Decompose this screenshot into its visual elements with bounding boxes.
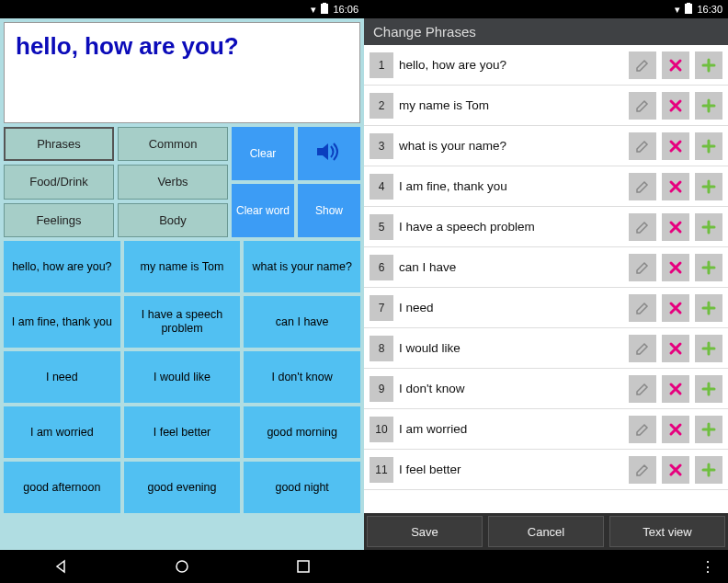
clear-word-button[interactable]: Clear word [232,184,294,237]
category-phrases[interactable]: Phrases [4,127,114,161]
phrase-button[interactable]: good evening [124,462,241,513]
add-icon[interactable] [695,132,722,160]
category-verbs[interactable]: Verbs [118,165,228,199]
cancel-button[interactable]: Cancel [488,516,604,547]
edit-icon[interactable] [629,375,656,403]
edit-icon[interactable] [629,294,656,322]
delete-icon[interactable] [662,375,689,403]
delete-icon[interactable] [662,416,689,443]
row-text: hello, how are you? [399,58,623,72]
delete-icon[interactable] [662,213,689,241]
phrase-button[interactable]: good afternoon [4,462,120,513]
row-number: 9 [370,376,393,402]
row-number: 8 [370,336,393,361]
category-food-drink[interactable]: Food/Drink [4,165,114,199]
svg-rect-6 [687,3,690,5]
nav-home-icon[interactable] [173,557,191,576]
add-icon[interactable] [695,335,722,362]
edit-content: Change Phrases 1hello, how are you?2my n… [364,18,728,550]
status-bar: ▾ 16:06 [0,0,364,18]
row-text: I would like [399,341,623,355]
clear-button[interactable]: Clear [232,127,294,180]
add-icon[interactable] [695,294,722,322]
phrase-button[interactable]: I am worried [4,406,120,458]
list-item: 9I don't know [364,369,728,409]
phrase-button[interactable]: I would like [124,351,241,403]
action-group: Clear Clear word Show [232,127,360,237]
svg-marker-2 [317,143,328,160]
add-icon[interactable] [695,375,722,403]
phrase-button[interactable]: I need [4,351,120,403]
wifi-icon: ▾ [311,4,316,16]
phrase-button[interactable]: good night [244,462,360,513]
delete-icon[interactable] [662,51,689,79]
speak-button[interactable] [298,127,360,180]
phrase-list[interactable]: 1hello, how are you?2my name is Tom3what… [364,45,728,513]
row-text: what is your name? [399,139,623,153]
category-body[interactable]: Body [118,203,228,237]
screen-main: ▾ 16:06 hello, how are you? Phrases Comm… [0,0,364,583]
battery-icon [320,3,329,16]
list-item: 10I am worried [364,409,728,450]
status-time: 16:06 [333,4,358,15]
list-item: 4I am fine, thank you [364,166,728,207]
phrase-button[interactable]: hello, how are you? [4,241,120,292]
save-button[interactable]: Save [367,516,483,547]
svg-point-3 [176,561,188,572]
show-button[interactable]: Show [298,184,360,237]
status-time: 16:30 [697,4,722,15]
battery-icon [684,3,693,16]
add-icon[interactable] [695,92,722,120]
add-icon[interactable] [695,254,722,281]
phrase-button[interactable]: my name is Tom [124,241,241,292]
phrase-button[interactable]: I have a speech problem [124,296,241,348]
row-text: I am worried [399,422,623,436]
delete-icon[interactable] [662,294,689,322]
delete-icon[interactable] [662,132,689,160]
phrase-button[interactable]: what is your name? [244,241,360,292]
edit-icon[interactable] [629,132,656,160]
row-text: I am fine, thank you [399,179,623,193]
speaker-icon [315,141,343,166]
delete-icon[interactable] [662,335,689,362]
row-number: 7 [370,295,393,321]
delete-icon[interactable] [662,173,689,200]
phrase-button[interactable]: good morning [244,406,360,458]
nav-recent-icon[interactable] [294,557,313,576]
edit-icon[interactable] [629,254,656,281]
row-number: 11 [370,457,393,483]
add-icon[interactable] [695,416,722,443]
row-text: I feel better [399,463,623,476]
delete-icon[interactable] [662,92,689,120]
edit-icon[interactable] [629,416,656,443]
edit-icon[interactable] [629,51,656,79]
nav-back-icon[interactable] [51,557,70,576]
edit-icon[interactable] [629,173,656,200]
delete-icon[interactable] [662,456,689,484]
row-number: 4 [370,174,393,200]
edit-icon[interactable] [629,92,656,120]
category-common[interactable]: Common [118,127,228,161]
category-feelings[interactable]: Feelings [4,203,114,237]
phrase-button[interactable]: I don't know [244,351,360,403]
phrase-button[interactable]: I feel better [124,406,241,458]
edit-icon[interactable] [629,335,656,362]
edit-icon[interactable] [629,456,656,484]
phrase-button[interactable]: can I have [244,296,360,348]
svg-rect-5 [685,4,692,14]
add-icon[interactable] [695,213,722,241]
nav-menu-icon[interactable]: ⋮ [699,557,717,576]
screen-edit: ▾ 16:30 Change Phrases 1hello, how are y… [364,0,728,583]
add-icon[interactable] [695,456,722,484]
delete-icon[interactable] [662,254,689,281]
textview-button[interactable]: Text view [609,516,725,547]
add-icon[interactable] [695,51,722,79]
page-title: Change Phrases [364,18,728,45]
edit-icon[interactable] [629,213,656,241]
list-item: 6can I have [364,247,728,288]
add-icon[interactable] [695,173,722,200]
list-item: 5I have a speech problem [364,207,728,247]
phrase-button[interactable]: I am fine, thank you [4,296,120,348]
row-number: 10 [370,417,393,442]
wifi-icon: ▾ [675,4,680,16]
